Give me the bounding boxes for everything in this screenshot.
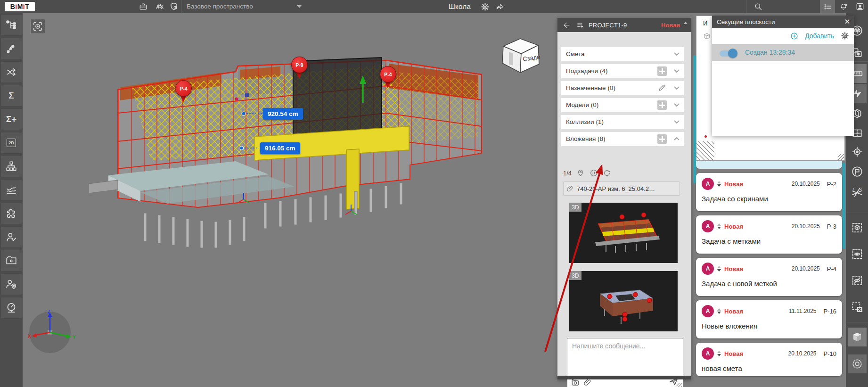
- plane-toggle[interactable]: [720, 50, 737, 57]
- task-list-view-button[interactable]: [820, 0, 835, 13]
- resize-grip[interactable]: [677, 383, 682, 387]
- task-card[interactable]: A Новая 20.10.2025 P-4 Задача с новой ме…: [696, 258, 842, 296]
- structure-tree-icon: [5, 19, 17, 31]
- show-pins-icon[interactable]: [576, 169, 585, 177]
- tool-hide-selection[interactable]: [848, 271, 867, 290]
- tool-axes-dimensions[interactable]: 12: [848, 183, 867, 202]
- box-select-cube-icon: [851, 222, 863, 234]
- tool-graph-nodes[interactable]: [0, 38, 22, 59]
- section-estimate[interactable]: Смета: [561, 47, 684, 61]
- tool-shared-folder[interactable]: [0, 250, 22, 272]
- profile-button[interactable]: [855, 1, 865, 12]
- chevron-down-icon[interactable]: [673, 52, 680, 56]
- share-button[interactable]: [495, 1, 505, 12]
- selected-card-edge[interactable]: [696, 161, 842, 169]
- tool-locate[interactable]: [848, 142, 867, 161]
- add-attachment-button[interactable]: [657, 134, 667, 144]
- page-title: Школа: [449, 2, 471, 10]
- axis-gizmo[interactable]: Z X Y: [27, 309, 79, 356]
- task-list-scrollbar[interactable]: [843, 163, 845, 249]
- avatar: A: [702, 305, 714, 317]
- section-assignees[interactable]: Назначенные (0): [561, 81, 684, 95]
- svg-text:1: 1: [852, 188, 854, 191]
- chevron-up-icon[interactable]: [673, 137, 680, 141]
- resize-grip[interactable]: [838, 154, 844, 160]
- tool-sum-add[interactable]: Σ+: [0, 108, 22, 130]
- add-plane-button[interactable]: Добавить: [805, 32, 834, 40]
- tool-flags[interactable]: [848, 162, 867, 181]
- search-button[interactable]: [753, 1, 763, 12]
- flag-icon: [851, 165, 863, 178]
- chevron-down-icon[interactable]: [673, 120, 680, 124]
- tool-sum[interactable]: Σ: [0, 85, 22, 107]
- section-plane-item[interactable]: Создан 13:28:34: [712, 44, 854, 61]
- tool-dashboard[interactable]: [0, 297, 22, 319]
- tool-approvals[interactable]: [0, 226, 22, 248]
- section-planes-header: Секущие плоскости ✕: [712, 16, 854, 28]
- tool-org-chart[interactable]: [0, 156, 22, 177]
- security-button[interactable]: [169, 1, 179, 12]
- card-date: 20.10.2025: [792, 181, 820, 187]
- tool-trend-report[interactable]: [0, 179, 22, 201]
- section-label: Модели (0): [566, 101, 598, 108]
- tool-structure-tree[interactable]: [0, 14, 22, 36]
- projects-button[interactable]: [138, 1, 148, 12]
- task-status[interactable]: Новая: [661, 22, 680, 29]
- pause-icon[interactable]: [590, 169, 598, 177]
- task-card[interactable]: A Новая 11.11.2025 P-16 Новые вложения: [696, 300, 842, 338]
- team-button[interactable]: [155, 1, 165, 12]
- workspace-select[interactable]: Базовое пространство: [187, 3, 253, 10]
- attachment-thumbnail[interactable]: 3D: [569, 271, 678, 331]
- section-label: Вложения (8): [566, 135, 606, 142]
- back-icon[interactable]: [562, 21, 570, 29]
- task-card[interactable]: A Новая 20.10.2025 P-2 Задача со скринам…: [696, 173, 842, 211]
- tool-2d-sheets[interactable]: 2D: [0, 132, 22, 154]
- task-menu-icon[interactable]: [576, 21, 584, 29]
- tool-isolate-box[interactable]: [848, 218, 867, 237]
- section-models[interactable]: Модели (0): [561, 98, 684, 112]
- marker-pin[interactable]: P-9: [290, 57, 308, 80]
- focus-selection-button[interactable]: [30, 19, 45, 34]
- marker-pin[interactable]: P-4: [174, 80, 192, 104]
- card-id: P-4: [827, 265, 836, 272]
- add-subtask-button[interactable]: [657, 66, 667, 76]
- tool-plugins[interactable]: [0, 203, 22, 224]
- card-date: 20.10.2025: [788, 350, 816, 357]
- navigation-cube[interactable]: Сзади: [499, 34, 542, 75]
- task-card[interactable]: A Новая 20.10.2025 P-3 Задача с метками: [696, 215, 842, 254]
- section-attachments[interactable]: Вложения (8): [561, 132, 684, 146]
- tool-show-selection[interactable]: [848, 245, 867, 263]
- refresh-icon[interactable]: [603, 169, 611, 177]
- add-model-button[interactable]: [657, 100, 667, 110]
- tool-shaded-view[interactable]: [848, 328, 867, 346]
- chevron-down-icon[interactable]: [297, 5, 302, 8]
- tool-user-location[interactable]: [0, 273, 22, 295]
- tool-clear-isolation[interactable]: [848, 297, 867, 316]
- attachment-thumbnail[interactable]: 3D: [569, 203, 678, 263]
- tool-collisions[interactable]: [0, 61, 22, 83]
- chevron-down-icon[interactable]: [673, 103, 680, 107]
- gear-icon[interactable]: [841, 32, 849, 40]
- solid-cube-icon: [851, 331, 863, 343]
- settings-button[interactable]: [480, 1, 490, 12]
- shuffle-icon: [5, 66, 17, 78]
- message-input[interactable]: [567, 338, 683, 373]
- status-sort-icon[interactable]: [684, 22, 688, 27]
- pencil-icon[interactable]: [658, 84, 666, 92]
- close-icon[interactable]: ✕: [844, 17, 850, 26]
- task-panel-body: Смета Подзадачи (4) Назначенные (0) Моде…: [557, 32, 691, 376]
- section-label: Подзадачи (4): [566, 67, 607, 74]
- card-id: P-10: [824, 350, 836, 357]
- chevron-down-icon[interactable]: [673, 86, 680, 90]
- card-title: Новые вложения: [696, 317, 842, 330]
- attachment-file[interactable]: 740-20-АР изм. 6_25.04.2…: [563, 181, 680, 196]
- task-card[interactable]: A Новая 20.10.2025 P-10 новая смета: [696, 343, 842, 376]
- add-circle-icon[interactable]: [790, 32, 798, 40]
- notifications-button[interactable]: [838, 1, 849, 12]
- section-subtasks[interactable]: Подзадачи (4): [561, 64, 684, 78]
- chevron-down-icon[interactable]: [673, 69, 680, 73]
- marker-pin[interactable]: P-4: [379, 66, 397, 90]
- tool-orbit[interactable]: [848, 354, 867, 373]
- app-logo[interactable]: BiMiT: [5, 2, 35, 11]
- section-collisions[interactable]: Коллизии (1): [561, 115, 684, 129]
